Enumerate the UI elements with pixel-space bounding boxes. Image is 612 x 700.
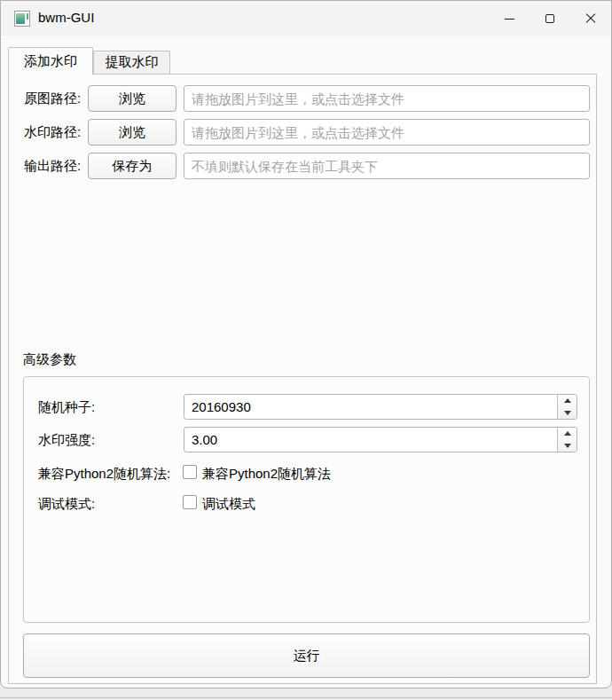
original-path-label: 原图路径:	[24, 90, 81, 107]
arrow-down-icon	[564, 411, 571, 415]
browse-watermark-button[interactable]: 浏览	[88, 119, 177, 146]
maximize-icon	[545, 14, 554, 23]
debug-checkbox-label[interactable]: 调试模式	[202, 496, 255, 513]
app-window: bwm-GUI 添加水印 提取水印 原图路径: 浏览 水印路径: 浏览	[0, 0, 612, 688]
tab-pane-add-watermark: 原图路径: 浏览 水印路径: 浏览 输出路径: 保存为 高级参数 随机种子:	[8, 74, 597, 684]
strength-spin-up-button[interactable]	[558, 428, 577, 440]
seed-spin-up-button[interactable]	[558, 395, 577, 407]
watermark-path-input[interactable]	[184, 119, 590, 146]
python2-label: 兼容Python2随机算法:	[38, 466, 170, 483]
titlebar: bwm-GUI	[1, 1, 611, 36]
arrow-up-icon	[564, 431, 571, 436]
seed-spin-buttons	[557, 395, 577, 419]
output-path-input[interactable]	[184, 153, 590, 179]
close-button[interactable]	[570, 1, 611, 36]
screen-edge-line	[0, 697, 612, 698]
save-as-button[interactable]: 保存为	[88, 153, 177, 179]
seed-label: 随机种子:	[38, 399, 95, 416]
browse-original-button[interactable]: 浏览	[88, 85, 177, 112]
arrow-up-icon	[564, 398, 571, 403]
advanced-group-title: 高级参数	[23, 351, 76, 368]
tab-add-watermark[interactable]: 添加水印	[8, 47, 93, 75]
app-icon-strip	[27, 13, 28, 20]
strength-spinbox	[184, 427, 577, 452]
tab-extract-watermark-label: 提取水印	[106, 54, 159, 71]
python2-checkbox-label[interactable]: 兼容Python2随机算法	[202, 466, 331, 483]
seed-spinbox	[184, 394, 577, 420]
strength-label: 水印强度:	[38, 432, 95, 449]
python2-checkbox[interactable]	[183, 465, 197, 479]
app-icon	[14, 11, 30, 27]
close-icon	[585, 13, 596, 24]
seed-spin-down-button[interactable]	[558, 407, 577, 420]
watermark-path-label: 水印路径:	[24, 124, 81, 141]
run-button[interactable]: 运行	[23, 633, 590, 678]
arrow-down-icon	[564, 444, 571, 448]
minimize-icon	[505, 19, 514, 20]
caption-buttons	[489, 1, 611, 36]
app-icon-thumbnail	[16, 13, 25, 24]
debug-checkbox[interactable]	[183, 495, 197, 509]
run-button-label: 运行	[294, 648, 320, 665]
debug-label: 调试模式:	[38, 496, 95, 513]
strength-spin-buttons	[557, 428, 577, 452]
browse-watermark-button-label: 浏览	[119, 124, 145, 141]
strength-spin-down-button[interactable]	[558, 440, 577, 452]
tab-add-watermark-label: 添加水印	[24, 53, 77, 70]
maximize-button[interactable]	[530, 1, 570, 36]
advanced-groupbox: 随机种子: 水印强度:	[23, 376, 590, 623]
strength-input[interactable]	[184, 428, 555, 452]
seed-input[interactable]	[184, 395, 555, 419]
output-path-label: 输出路径:	[24, 158, 81, 175]
tab-extract-watermark[interactable]: 提取水印	[93, 51, 170, 74]
original-path-input[interactable]	[184, 85, 590, 112]
browse-original-button-label: 浏览	[119, 90, 145, 107]
save-as-button-label: 保存为	[113, 158, 153, 175]
window-title: bwm-GUI	[38, 10, 94, 25]
minimize-button[interactable]	[489, 1, 530, 36]
